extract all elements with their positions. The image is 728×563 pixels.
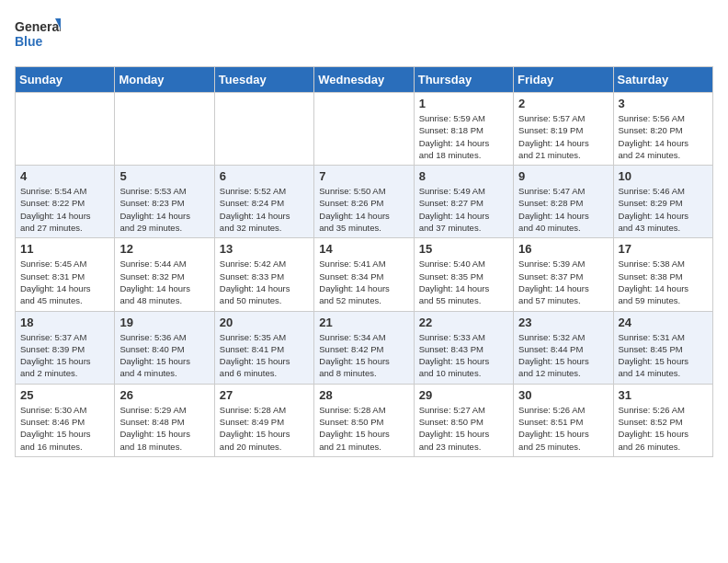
day-info: Sunrise: 5:32 AM Sunset: 8:44 PM Dayligh…	[518, 331, 608, 380]
day-number: 19	[119, 316, 209, 329]
calendar-cell: 31Sunrise: 5:26 AM Sunset: 8:52 PM Dayli…	[613, 384, 712, 456]
day-number: 28	[319, 388, 408, 402]
weekday-header-friday: Friday	[514, 67, 613, 93]
calendar-week-row: 25Sunrise: 5:30 AM Sunset: 8:46 PM Dayli…	[16, 384, 713, 456]
day-number: 13	[220, 242, 309, 256]
day-number: 26	[119, 388, 209, 402]
day-info: Sunrise: 5:52 AM Sunset: 8:24 PM Dayligh…	[220, 185, 309, 234]
weekday-header-monday: Monday	[115, 67, 214, 93]
weekday-header-wednesday: Wednesday	[314, 67, 414, 93]
day-info: Sunrise: 5:50 AM Sunset: 8:26 PM Dayligh…	[319, 185, 408, 234]
day-info: Sunrise: 5:56 AM Sunset: 8:20 PM Dayligh…	[619, 112, 708, 161]
day-number: 11	[20, 242, 109, 256]
calendar-cell: 30Sunrise: 5:26 AM Sunset: 8:51 PM Dayli…	[514, 384, 613, 456]
calendar-cell: 16Sunrise: 5:39 AM Sunset: 8:37 PM Dayli…	[514, 238, 613, 311]
calendar-cell: 5Sunrise: 5:53 AM Sunset: 8:23 PM Daylig…	[115, 166, 214, 238]
day-number: 27	[220, 388, 309, 402]
day-number: 20	[220, 316, 309, 329]
day-number: 22	[419, 316, 508, 329]
calendar-cell: 25Sunrise: 5:30 AM Sunset: 8:46 PM Dayli…	[16, 384, 115, 456]
day-number: 12	[119, 242, 209, 256]
day-info: Sunrise: 5:28 AM Sunset: 8:50 PM Dayligh…	[319, 404, 408, 453]
day-info: Sunrise: 5:44 AM Sunset: 8:32 PM Dayligh…	[119, 258, 209, 306]
calendar-cell	[214, 93, 313, 166]
day-number: 1	[419, 97, 508, 110]
calendar-week-row: 4Sunrise: 5:54 AM Sunset: 8:22 PM Daylig…	[16, 166, 713, 238]
day-info: Sunrise: 5:40 AM Sunset: 8:35 PM Dayligh…	[419, 258, 508, 306]
calendar-cell	[16, 93, 115, 166]
day-number: 25	[20, 388, 109, 402]
day-number: 14	[319, 242, 408, 256]
day-info: Sunrise: 5:53 AM Sunset: 8:23 PM Dayligh…	[119, 185, 209, 234]
day-info: Sunrise: 5:38 AM Sunset: 8:38 PM Dayligh…	[619, 258, 708, 306]
calendar-cell: 29Sunrise: 5:27 AM Sunset: 8:50 PM Dayli…	[414, 384, 513, 456]
calendar-cell: 2Sunrise: 5:57 AM Sunset: 8:19 PM Daylig…	[514, 93, 613, 166]
calendar-table: SundayMondayTuesdayWednesdayThursdayFrid…	[15, 66, 713, 457]
weekday-header-tuesday: Tuesday	[214, 67, 313, 93]
calendar-cell: 6Sunrise: 5:52 AM Sunset: 8:24 PM Daylig…	[214, 166, 313, 238]
calendar-body: 1Sunrise: 5:59 AM Sunset: 8:18 PM Daylig…	[16, 93, 713, 457]
calendar-cell: 10Sunrise: 5:46 AM Sunset: 8:29 PM Dayli…	[613, 166, 712, 238]
calendar-cell: 4Sunrise: 5:54 AM Sunset: 8:22 PM Daylig…	[16, 166, 115, 238]
day-info: Sunrise: 5:54 AM Sunset: 8:22 PM Dayligh…	[20, 185, 109, 234]
day-number: 3	[619, 97, 708, 110]
day-info: Sunrise: 5:26 AM Sunset: 8:51 PM Dayligh…	[518, 404, 608, 453]
day-info: Sunrise: 5:42 AM Sunset: 8:33 PM Dayligh…	[220, 258, 309, 306]
day-info: Sunrise: 5:28 AM Sunset: 8:49 PM Dayligh…	[220, 404, 309, 453]
calendar-cell: 27Sunrise: 5:28 AM Sunset: 8:49 PM Dayli…	[214, 384, 313, 456]
calendar-cell: 8Sunrise: 5:49 AM Sunset: 8:27 PM Daylig…	[414, 166, 513, 238]
calendar-cell: 20Sunrise: 5:35 AM Sunset: 8:41 PM Dayli…	[214, 311, 313, 384]
day-number: 5	[119, 169, 209, 183]
day-number: 6	[220, 169, 309, 183]
calendar-cell: 9Sunrise: 5:47 AM Sunset: 8:28 PM Daylig…	[514, 166, 613, 238]
svg-text:Blue: Blue	[15, 34, 43, 49]
day-info: Sunrise: 5:35 AM Sunset: 8:41 PM Dayligh…	[220, 331, 309, 380]
calendar-cell: 7Sunrise: 5:50 AM Sunset: 8:26 PM Daylig…	[314, 166, 414, 238]
calendar-cell: 18Sunrise: 5:37 AM Sunset: 8:39 PM Dayli…	[16, 311, 115, 384]
day-info: Sunrise: 5:34 AM Sunset: 8:42 PM Dayligh…	[319, 331, 408, 380]
day-info: Sunrise: 5:33 AM Sunset: 8:43 PM Dayligh…	[419, 331, 508, 380]
day-number: 15	[419, 242, 508, 256]
day-number: 16	[518, 242, 608, 256]
calendar-cell: 3Sunrise: 5:56 AM Sunset: 8:20 PM Daylig…	[613, 93, 712, 166]
calendar-cell: 22Sunrise: 5:33 AM Sunset: 8:43 PM Dayli…	[414, 311, 513, 384]
calendar-week-row: 18Sunrise: 5:37 AM Sunset: 8:39 PM Dayli…	[16, 311, 713, 384]
calendar-week-row: 1Sunrise: 5:59 AM Sunset: 8:18 PM Daylig…	[16, 93, 713, 166]
day-number: 29	[419, 388, 508, 402]
calendar-cell	[314, 93, 414, 166]
day-number: 17	[619, 242, 708, 256]
calendar-week-row: 11Sunrise: 5:45 AM Sunset: 8:31 PM Dayli…	[16, 238, 713, 311]
calendar-cell: 17Sunrise: 5:38 AM Sunset: 8:38 PM Dayli…	[613, 238, 712, 311]
calendar-cell	[115, 93, 214, 166]
day-info: Sunrise: 5:47 AM Sunset: 8:28 PM Dayligh…	[518, 185, 608, 234]
day-number: 4	[20, 169, 109, 183]
calendar-cell: 21Sunrise: 5:34 AM Sunset: 8:42 PM Dayli…	[314, 311, 414, 384]
day-info: Sunrise: 5:59 AM Sunset: 8:18 PM Dayligh…	[419, 112, 508, 161]
calendar-cell: 26Sunrise: 5:29 AM Sunset: 8:48 PM Dayli…	[115, 384, 214, 456]
day-info: Sunrise: 5:31 AM Sunset: 8:45 PM Dayligh…	[619, 331, 708, 380]
day-info: Sunrise: 5:37 AM Sunset: 8:39 PM Dayligh…	[20, 331, 109, 380]
logo: General Blue	[15, 15, 61, 55]
day-number: 8	[419, 169, 508, 183]
calendar-cell: 11Sunrise: 5:45 AM Sunset: 8:31 PM Dayli…	[16, 238, 115, 311]
day-number: 9	[518, 169, 608, 183]
logo-icon: General Blue	[15, 15, 61, 52]
day-info: Sunrise: 5:49 AM Sunset: 8:27 PM Dayligh…	[419, 185, 508, 234]
day-info: Sunrise: 5:39 AM Sunset: 8:37 PM Dayligh…	[518, 258, 608, 306]
calendar-cell: 13Sunrise: 5:42 AM Sunset: 8:33 PM Dayli…	[214, 238, 313, 311]
calendar-cell: 19Sunrise: 5:36 AM Sunset: 8:40 PM Dayli…	[115, 311, 214, 384]
day-number: 2	[518, 97, 608, 110]
day-info: Sunrise: 5:46 AM Sunset: 8:29 PM Dayligh…	[619, 185, 708, 234]
calendar-cell: 28Sunrise: 5:28 AM Sunset: 8:50 PM Dayli…	[314, 384, 414, 456]
day-info: Sunrise: 5:36 AM Sunset: 8:40 PM Dayligh…	[119, 331, 209, 380]
calendar-cell: 15Sunrise: 5:40 AM Sunset: 8:35 PM Dayli…	[414, 238, 513, 311]
day-info: Sunrise: 5:41 AM Sunset: 8:34 PM Dayligh…	[319, 258, 408, 306]
svg-text:General: General	[15, 19, 61, 34]
day-info: Sunrise: 5:30 AM Sunset: 8:46 PM Dayligh…	[20, 404, 109, 453]
weekday-header-saturday: Saturday	[613, 67, 712, 93]
day-number: 30	[518, 388, 608, 402]
day-number: 18	[20, 316, 109, 329]
day-number: 31	[619, 388, 708, 402]
calendar-cell: 1Sunrise: 5:59 AM Sunset: 8:18 PM Daylig…	[414, 93, 513, 166]
calendar-cell: 12Sunrise: 5:44 AM Sunset: 8:32 PM Dayli…	[115, 238, 214, 311]
